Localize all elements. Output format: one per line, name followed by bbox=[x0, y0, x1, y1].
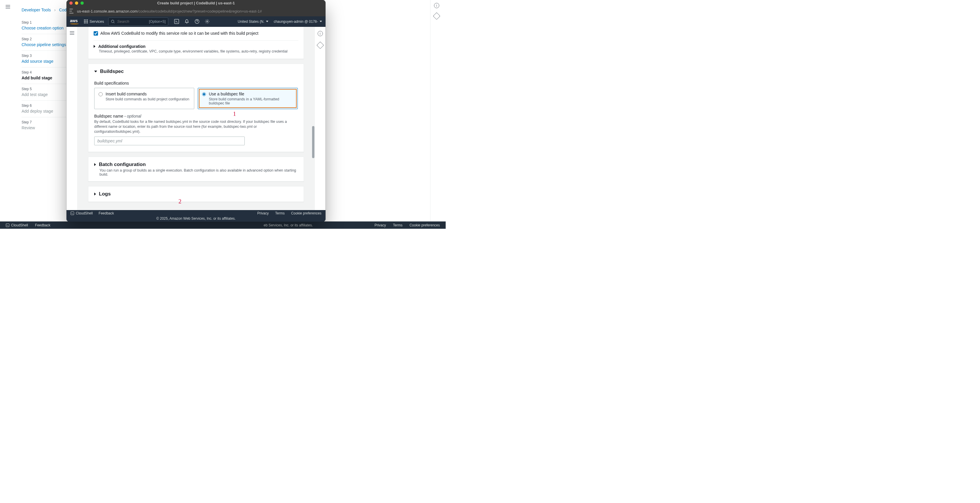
vertical-divider bbox=[430, 0, 431, 222]
step-name: Add test stage bbox=[22, 91, 68, 97]
radio-insert-commands[interactable] bbox=[99, 92, 103, 96]
diamond-icon[interactable] bbox=[317, 41, 324, 49]
batch-panel: Batch configuration You can run a group … bbox=[88, 157, 304, 181]
chevron-right-icon: › bbox=[54, 8, 56, 12]
step-tag: Step 6 bbox=[22, 103, 68, 108]
wizard-step: Step 7Review bbox=[22, 117, 68, 134]
region-selector[interactable]: United States (N. bbox=[238, 19, 268, 24]
cloudshell-label: CloudShell bbox=[76, 211, 93, 215]
build-spec-label: Build specifications bbox=[94, 81, 298, 86]
search-input[interactable] bbox=[117, 19, 138, 24]
chevron-down-icon bbox=[266, 21, 268, 22]
services-menu[interactable]: Services bbox=[84, 19, 104, 24]
buildspec-name-input[interactable] bbox=[94, 137, 245, 145]
cookie-link[interactable]: Cookie preferences bbox=[409, 223, 440, 227]
chevron-down-icon bbox=[320, 21, 322, 22]
logs-panel: Logs bbox=[88, 186, 304, 202]
wizard-step: Step 5Add test stage bbox=[22, 84, 68, 101]
account-menu[interactable]: chaunguyen-admin @ 0178- bbox=[274, 19, 322, 24]
cloudshell-button[interactable]: CloudShell bbox=[71, 211, 93, 215]
svg-point-1 bbox=[111, 20, 114, 22]
wizard-steps: Step 1Choose creation optionStep 2Choose… bbox=[22, 18, 68, 134]
aws-logo[interactable]: aws bbox=[70, 19, 79, 24]
additional-config-toggle[interactable]: Additional configuration bbox=[94, 44, 298, 49]
radio-use-buildspec-file[interactable] bbox=[202, 92, 206, 96]
tile-title: Use a buildspec file bbox=[209, 92, 293, 96]
feedback-link[interactable]: Feedback bbox=[35, 223, 51, 227]
form-actions: Cancel Continue to CodePipeline bbox=[88, 207, 304, 210]
buildspec-name-help: By default, CodeBuild looks for a file n… bbox=[94, 119, 293, 134]
buildspec-name-label: Buildspec name - optional bbox=[94, 114, 298, 118]
window-titlebar: Create build project | CodeBuild | us-ea… bbox=[67, 0, 326, 6]
svg-rect-0 bbox=[6, 223, 10, 227]
site-settings-icon[interactable] bbox=[69, 9, 74, 13]
allow-modify-checkbox-row[interactable]: Allow AWS CodeBuild to modify this servi… bbox=[94, 31, 298, 39]
grid-icon bbox=[84, 19, 88, 23]
search-icon bbox=[111, 19, 115, 24]
step-tag: Step 1 bbox=[22, 21, 68, 24]
batch-toggle[interactable]: Batch configuration bbox=[94, 162, 298, 167]
tile-desc: Store build commands as build project co… bbox=[106, 97, 189, 101]
diamond-icon[interactable] bbox=[433, 12, 440, 19]
scrollbar[interactable] bbox=[312, 126, 314, 158]
svg-rect-5 bbox=[71, 212, 74, 215]
breadcrumb-developer-tools[interactable]: Developer Tools bbox=[22, 8, 51, 12]
buildspec-tiles: Insert build commands Store build comman… bbox=[94, 88, 298, 109]
cloudshell-icon[interactable] bbox=[174, 19, 179, 24]
tile-use-buildspec-file[interactable]: Use a buildspec file Store build command… bbox=[198, 88, 298, 109]
batch-subtitle: You can run a group of builds as a singl… bbox=[99, 168, 298, 177]
step-tag: Step 4 bbox=[22, 70, 68, 75]
svg-point-4 bbox=[207, 21, 208, 22]
step-tag: Step 3 bbox=[22, 54, 68, 58]
gear-icon[interactable] bbox=[205, 19, 210, 24]
step-tag: Step 5 bbox=[22, 87, 68, 91]
main-content: Allow AWS CodeBuild to modify this servi… bbox=[78, 27, 314, 210]
wizard-step[interactable]: Step 2Choose pipeline settings bbox=[22, 34, 68, 51]
privacy-link[interactable]: Privacy bbox=[257, 211, 269, 215]
additional-config-subtitle: Timeout, privileged, certificate, VPC, c… bbox=[99, 49, 298, 53]
wizard-step[interactable]: Step 4Add build stage bbox=[22, 67, 68, 84]
wizard-step: Step 6Add deploy stage bbox=[22, 101, 68, 117]
terms-link[interactable]: Terms bbox=[393, 223, 402, 227]
allow-modify-checkbox[interactable] bbox=[94, 31, 98, 36]
step-tag: Step 2 bbox=[22, 37, 68, 41]
logs-toggle[interactable]: Logs bbox=[94, 191, 298, 197]
privacy-link[interactable]: Privacy bbox=[374, 223, 386, 227]
browser-window: Create build project | CodeBuild | us-ea… bbox=[67, 0, 326, 222]
hamburger-icon[interactable] bbox=[5, 4, 11, 10]
copyright-text: eb Services, Inc. or its affiliates. bbox=[264, 223, 313, 227]
breadcrumb: Developer Tools › Code bbox=[22, 8, 69, 12]
annotation-1: 1 bbox=[233, 111, 236, 117]
search-input-wrapper[interactable]: [Option+S] bbox=[108, 18, 168, 25]
outer-footer: CloudShell Feedback eb Services, Inc. or… bbox=[0, 221, 445, 229]
url-text: us-east-1.console.aws.amazon.com/codesui… bbox=[77, 9, 262, 13]
right-help-rail: i bbox=[314, 27, 326, 210]
cookie-link[interactable]: Cookie preferences bbox=[291, 211, 321, 215]
window-title: Create build project | CodeBuild | us-ea… bbox=[67, 1, 326, 5]
tile-title: Insert build commands bbox=[106, 92, 189, 96]
step-tag: Step 7 bbox=[22, 120, 68, 124]
help-icon[interactable] bbox=[194, 19, 199, 24]
services-label: Services bbox=[89, 19, 104, 24]
cloudshell-button[interactable]: CloudShell bbox=[6, 223, 28, 227]
terms-link[interactable]: Terms bbox=[275, 211, 285, 215]
modal-footer: CloudShell Feedback Privacy Terms Cookie… bbox=[67, 210, 326, 216]
buildspec-panel: Buildspec Build specifications Insert bu… bbox=[88, 64, 304, 152]
aws-topnav: aws Services [Option+S] United States (N… bbox=[67, 16, 326, 27]
feedback-link[interactable]: Feedback bbox=[99, 211, 114, 215]
info-icon[interactable]: i bbox=[318, 31, 323, 36]
allow-modify-label: Allow AWS CodeBuild to modify this servi… bbox=[100, 31, 258, 36]
info-icon[interactable]: i bbox=[434, 3, 439, 8]
env-panel-tail: Allow AWS CodeBuild to modify this servi… bbox=[88, 27, 304, 59]
tile-insert-commands[interactable]: Insert build commands Store build comman… bbox=[94, 88, 194, 109]
address-bar[interactable]: us-east-1.console.aws.amazon.com/codesui… bbox=[67, 6, 326, 16]
wizard-step[interactable]: Step 1Choose creation option bbox=[22, 18, 68, 34]
wizard-step[interactable]: Step 3Add source stage bbox=[22, 51, 68, 67]
divider bbox=[94, 40, 298, 41]
left-nav-toggle[interactable] bbox=[67, 27, 78, 210]
help-rail: i bbox=[434, 3, 439, 19]
step-name: Choose pipeline settings bbox=[22, 41, 68, 47]
buildspec-heading[interactable]: Buildspec bbox=[94, 68, 298, 75]
step-name: Choose creation option bbox=[22, 24, 68, 30]
bell-icon[interactable] bbox=[185, 19, 189, 24]
